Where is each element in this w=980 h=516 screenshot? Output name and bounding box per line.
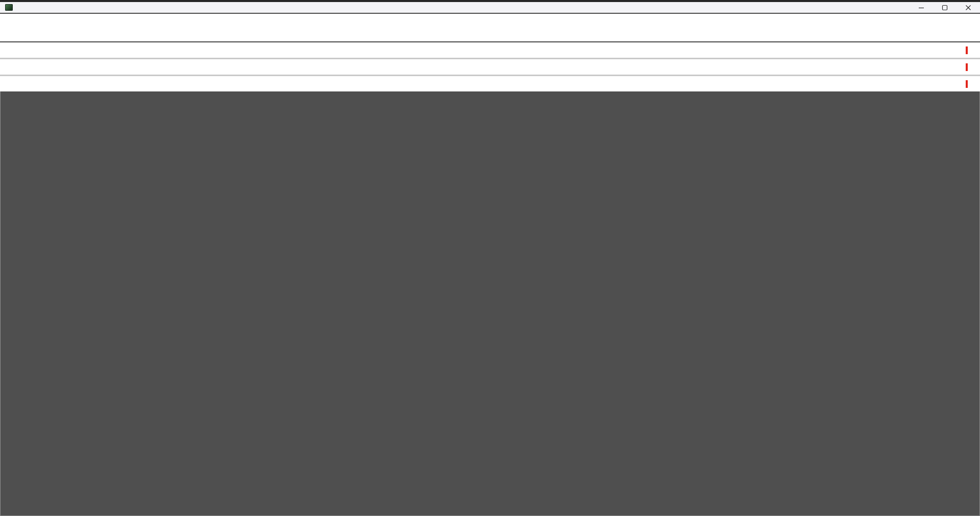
- chart-stats-strip: [0, 75, 980, 91]
- close-icon: [965, 5, 971, 11]
- maximize-icon: [942, 5, 948, 11]
- chart-section-effective-clock: [0, 58, 980, 75]
- minimize-icon: [918, 5, 924, 11]
- chart-section-core-temps: [0, 75, 980, 91]
- titlebar: [0, 0, 980, 14]
- minimize-button[interactable]: [910, 2, 933, 13]
- chart-section-cpu-power: [0, 42, 980, 58]
- series-color-bar: [966, 63, 968, 71]
- chart-stats-strip: [0, 58, 980, 75]
- series-color-bar: [966, 80, 968, 88]
- log-header: [0, 14, 980, 42]
- close-button[interactable]: [957, 2, 980, 13]
- app-icon: [5, 4, 13, 11]
- app-window: [0, 0, 980, 516]
- window-controls: [910, 2, 980, 13]
- series-title: [966, 46, 972, 54]
- chart-stats-strip: [0, 42, 980, 58]
- series-title: [966, 63, 972, 71]
- series-color-bar: [966, 46, 968, 54]
- maximize-button[interactable]: [933, 2, 957, 13]
- series-title: [966, 80, 972, 88]
